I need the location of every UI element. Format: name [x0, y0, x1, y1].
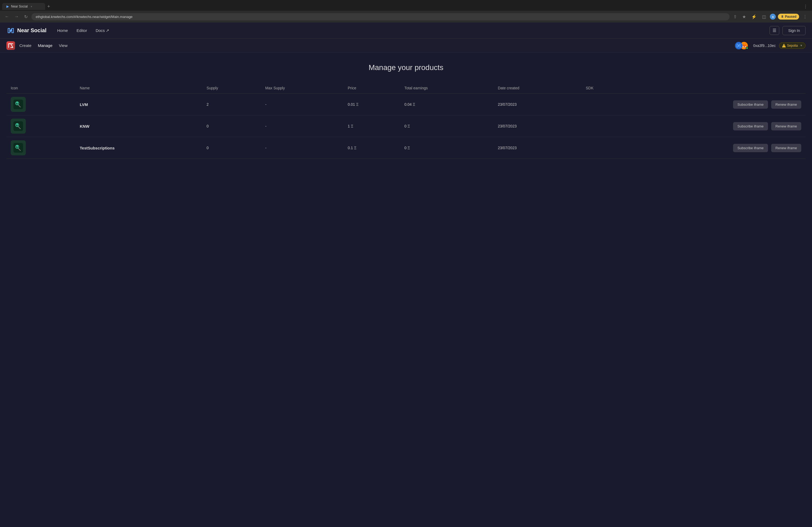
tab-title: Near Social [11, 4, 28, 8]
th-max-supply: Max Supply [261, 82, 344, 94]
cell-icon-1 [6, 115, 75, 137]
table-body: LVM 2 - 0.01 Ξ 0.04 Ξ 23/07/2023 Subscri… [6, 94, 806, 159]
th-sdk: SDK [581, 82, 806, 94]
cell-total-earnings-0: 0.04 Ξ [400, 94, 494, 115]
renew-iframe-button-1[interactable]: Renew iframe [771, 122, 801, 131]
near-social-title: Near Social [17, 27, 46, 33]
browser-actions: ⇧ ★ ⚡ ◫ a ⏸ Paused ⋮ [732, 13, 809, 20]
active-tab[interactable]: ▶ Near Social × [2, 3, 45, 10]
browser-profile-avatar[interactable]: a [770, 14, 776, 19]
products-table: Icon Name Supply Max Supply Price Total … [6, 82, 806, 159]
browser-more-button[interactable]: ⋮ [801, 3, 810, 10]
new-tab-button[interactable]: + [45, 3, 52, 11]
paused-label: Paused [785, 15, 796, 18]
online-status-dot [746, 47, 748, 49]
cell-price-1: 1 Ξ [344, 115, 400, 137]
paused-badge: ⏸ Paused [778, 14, 799, 19]
network-selector[interactable]: ⚠️ Sepolia ▼ [779, 42, 806, 49]
wallet-address: 0xa3f9...10ec [753, 44, 776, 48]
near-logo-icon [6, 26, 15, 35]
app-logo [6, 41, 15, 50]
th-price: Price [344, 82, 400, 94]
sdk-buttons-1: Subscribe iframe Renew iframe [586, 122, 801, 131]
th-date-created: Date created [494, 82, 582, 94]
app-nav-view[interactable]: View [59, 42, 68, 49]
forward-button[interactable]: → [13, 13, 20, 20]
table-header-row: Icon Name Supply Max Supply Price Total … [6, 82, 806, 94]
cell-date-1: 23/07/2023 [494, 115, 582, 137]
browser-menu-button[interactable]: ⋮ [801, 13, 809, 20]
renew-iframe-button-0[interactable]: Renew iframe [771, 100, 801, 109]
tab-close-button[interactable]: × [30, 5, 33, 8]
product-icon-1 [11, 119, 26, 134]
product-icon-2 [11, 140, 26, 155]
near-nav-links: Home Editor Docs ↗ [57, 28, 110, 33]
cell-max-supply-1: - [261, 115, 344, 137]
subscribe-iframe-button-0[interactable]: Subscribe iframe [733, 100, 768, 109]
paused-icon: ⏸ [781, 15, 784, 18]
table-header: Icon Name Supply Max Supply Price Total … [6, 82, 806, 94]
bookmark-button[interactable]: ★ [741, 13, 748, 20]
sdk-buttons-2: Subscribe iframe Renew iframe [586, 144, 801, 152]
cell-sdk-0: Subscribe iframe Renew iframe [581, 94, 806, 115]
near-nav: Near Social Home Editor Docs ↗ ☰ Sign In [0, 22, 812, 39]
sign-in-button[interactable]: Sign In [782, 26, 806, 35]
app-nav-create[interactable]: Create [19, 42, 31, 49]
cell-sdk-2: Subscribe iframe Renew iframe [581, 137, 806, 159]
cell-sdk-1: Subscribe iframe Renew iframe [581, 115, 806, 137]
extensions-button[interactable]: ⚡ [750, 13, 758, 20]
app-nav: Create Manage View [19, 42, 68, 49]
network-dropdown-icon: ▼ [800, 44, 802, 47]
page-title: Manage your products [6, 63, 806, 72]
svg-point-4 [17, 103, 18, 104]
sdk-buttons-0: Subscribe iframe Renew iframe [586, 100, 801, 109]
cell-price-2: 0.1 Ξ [344, 137, 400, 159]
app-nav-manage[interactable]: Manage [38, 42, 52, 49]
cell-date-0: 23/07/2023 [494, 94, 582, 115]
cell-max-supply-0: - [261, 94, 344, 115]
tab-bar: ▶ Near Social × + ⋮ [0, 0, 812, 11]
wallet-avatar-pair: 🦊 [735, 42, 748, 49]
product-name-0: LVM [80, 102, 88, 107]
product-name-2: TestSubscriptions [80, 146, 115, 150]
cell-icon-2 [6, 137, 75, 159]
cell-supply-0: 2 [202, 94, 261, 115]
cell-max-supply-2: - [261, 137, 344, 159]
near-logo[interactable]: Near Social [6, 26, 46, 35]
address-bar[interactable] [31, 13, 729, 20]
table-row: LVM 2 - 0.01 Ξ 0.04 Ξ 23/07/2023 Subscri… [6, 94, 806, 115]
th-name: Name [75, 82, 202, 94]
cell-supply-2: 0 [202, 137, 261, 159]
cell-icon-0 [6, 94, 75, 115]
cell-name-1: KNW [75, 115, 202, 137]
back-button[interactable]: ← [3, 13, 11, 20]
table-row: KNW 0 - 1 Ξ 0 Ξ 23/07/2023 Subscribe ifr… [6, 115, 806, 137]
th-supply: Supply [202, 82, 261, 94]
svg-point-10 [17, 146, 18, 147]
wallet-section: 🦊 0xa3f9...10ec ⚠️ Sepolia ▼ [735, 42, 806, 49]
product-icon-0 [11, 97, 26, 112]
nav-home[interactable]: Home [57, 28, 68, 33]
nav-docs[interactable]: Docs ↗ [96, 28, 109, 33]
app-bar: Create Manage View 🦊 0xa3f9...10ec ⚠️ Se… [0, 39, 812, 52]
browser-controls: ← → ↻ ⇧ ★ ⚡ ◫ a ⏸ Paused ⋮ [0, 11, 812, 22]
svg-point-7 [17, 124, 18, 125]
nav-editor[interactable]: Editor [76, 28, 87, 33]
network-name: Sepolia [787, 44, 798, 47]
share-button[interactable]: ⇧ [732, 13, 738, 20]
cell-total-earnings-2: 0 Ξ [400, 137, 494, 159]
th-total-earnings: Total earnings [400, 82, 494, 94]
subscribe-iframe-button-1[interactable]: Subscribe iframe [733, 122, 768, 131]
split-view-button[interactable]: ◫ [760, 13, 768, 20]
cell-date-2: 23/07/2023 [494, 137, 582, 159]
refresh-button[interactable]: ↻ [23, 13, 29, 20]
cell-name-2: TestSubscriptions [75, 137, 202, 159]
renew-iframe-button-2[interactable]: Renew iframe [771, 144, 801, 152]
cell-price-0: 0.01 Ξ [344, 94, 400, 115]
product-name-1: KNW [80, 124, 89, 129]
hamburger-menu-button[interactable]: ☰ [770, 26, 779, 35]
subscribe-iframe-button-2[interactable]: Subscribe iframe [733, 144, 768, 152]
th-icon: Icon [6, 82, 75, 94]
table-row: TestSubscriptions 0 - 0.1 Ξ 0 Ξ 23/07/20… [6, 137, 806, 159]
cell-name-0: LVM [75, 94, 202, 115]
